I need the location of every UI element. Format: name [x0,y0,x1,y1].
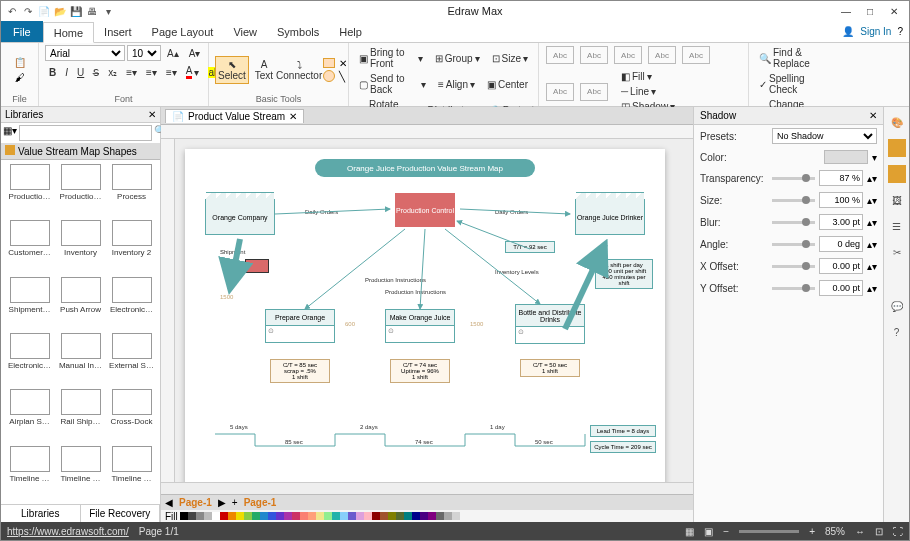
shape-item[interactable]: Inventory [56,220,105,274]
diagram-title[interactable]: Orange Juice Production Value Stream Map [315,159,535,177]
shape-item[interactable]: Shipment… [5,277,54,331]
zoom-in-button[interactable]: + [809,526,815,537]
swatch[interactable] [228,512,236,520]
process-3[interactable]: Bottle and Distribute Drinks⊙ [515,304,585,344]
picture-icon[interactable]: 🖼 [888,191,906,209]
angle-slider[interactable] [772,243,815,246]
swatch[interactable] [284,512,292,520]
swatch[interactable] [388,512,396,520]
layers-icon[interactable]: ☰ [888,217,906,235]
zoom-out-button[interactable]: − [723,526,729,537]
text-tool[interactable]: AText [253,57,275,83]
save-icon[interactable]: 💾 [69,4,83,18]
view-full-icon[interactable]: ▣ [704,526,713,537]
data-box-2[interactable]: C/T = 74 sec Uptime = 96% 1 shift [390,359,450,383]
send-back-button[interactable]: ▢ Send to Back ▾ [355,71,430,97]
cycle-time-box[interactable]: Cycle Time = 209 sec [590,441,656,453]
fullscreen-icon[interactable]: ⛶ [893,526,903,537]
file-menu[interactable]: File [1,21,43,42]
swatch[interactable] [212,512,220,520]
zoom-slider[interactable] [739,530,799,533]
document-tab[interactable]: 📄 Product Value Stream ✕ [165,109,304,123]
libraries-close-icon[interactable]: ✕ [148,109,156,120]
shape-item[interactable]: Process [107,164,156,218]
align-obj-button[interactable]: ≡ Align ▾ [434,71,479,97]
swatch[interactable] [356,512,364,520]
shape-circle-icon[interactable] [323,70,335,82]
style-preset[interactable]: Abc [546,83,574,101]
shape-item[interactable]: Timeline … [5,446,54,500]
customer-box[interactable]: Orange Juice Drinker [575,199,645,235]
select-tool[interactable]: ⬉Select [215,56,249,84]
swatch[interactable] [372,512,380,520]
page-nav-next[interactable]: ▶ [218,497,226,508]
spelling-button[interactable]: ✓ Spelling Check [755,71,839,97]
shape-item[interactable]: Push Arrow [56,277,105,331]
tab-symbols[interactable]: Symbols [267,21,329,42]
presets-select[interactable]: No Shadow [772,128,877,144]
angle-input[interactable] [819,236,863,252]
swatch[interactable] [196,512,204,520]
shape-item[interactable]: External S… [107,333,156,387]
tab-page-layout[interactable]: Page Layout [142,21,224,42]
undo-icon[interactable]: ↶ [5,4,19,18]
scrollbar-horizontal[interactable] [161,482,693,494]
swatch[interactable] [292,512,300,520]
xoff-input[interactable] [819,258,863,274]
swatch[interactable] [444,512,452,520]
swatch[interactable] [300,512,308,520]
tab-insert[interactable]: Insert [94,21,142,42]
line-button[interactable]: ─ Line ▾ [617,84,679,99]
page-tab-1b[interactable]: Page-1 [244,497,277,508]
process-1[interactable]: Prepare Orange⊙ [265,309,335,343]
swatch[interactable] [204,512,212,520]
style-preset[interactable]: Abc [580,83,608,101]
swatch[interactable] [236,512,244,520]
transparency-slider[interactable] [772,177,815,180]
line-spacing-button[interactable]: ≡▾ [142,63,161,81]
italic-button[interactable]: I [61,63,72,81]
data-box-3[interactable]: C/T = 50 sec 1 shift [520,359,580,377]
page-nav-prev[interactable]: ◀ [165,497,173,508]
swatch[interactable] [308,512,316,520]
font-grow-button[interactable]: A▴ [163,45,183,61]
yoff-input[interactable] [819,280,863,296]
center-button[interactable]: ▣ Center [483,71,532,97]
supplier-box[interactable]: Orange Company [205,199,275,235]
find-replace-button[interactable]: 🔍 Find & Replace [755,45,839,71]
swatch[interactable] [244,512,252,520]
swatch[interactable] [220,512,228,520]
font-shrink-button[interactable]: A▾ [185,45,205,61]
swatch[interactable] [268,512,276,520]
maximize-button[interactable]: □ [861,6,879,17]
open-icon[interactable]: 📂 [53,4,67,18]
underline-button[interactable]: U [73,63,88,81]
page-add[interactable]: + [232,497,238,508]
status-url[interactable]: https://www.edrawsoft.com/ [7,526,129,537]
swatch[interactable] [348,512,356,520]
swatch[interactable] [436,512,444,520]
subscript-button[interactable]: x₂ [104,63,121,81]
swatch[interactable] [396,512,404,520]
swatch[interactable] [324,512,332,520]
shape-item[interactable]: Rail Ship… [56,389,105,443]
yoff-slider[interactable] [772,287,815,290]
shape-item[interactable]: Inventory 2 [107,220,156,274]
swatch[interactable] [428,512,436,520]
comment-icon[interactable]: 💬 [888,297,906,315]
color-swatches[interactable] [180,511,460,522]
swatch[interactable] [404,512,412,520]
page[interactable]: Orange Juice Production Value Stream Map… [185,149,665,482]
new-icon[interactable]: 📄 [37,4,51,18]
swatch[interactable] [332,512,340,520]
shape-item[interactable]: Customer… [5,220,54,274]
size-slider[interactable] [772,199,815,202]
tab-libraries[interactable]: Libraries [1,505,81,522]
style-preset[interactable]: Abc [614,46,642,64]
shape-item[interactable]: Airplan S… [5,389,54,443]
swatch[interactable] [412,512,420,520]
strike-button[interactable]: S̶ [89,63,103,81]
shadow-close-icon[interactable]: ✕ [869,110,877,121]
swatch[interactable] [340,512,348,520]
library-menu-icon[interactable]: ▦▾ [3,125,17,141]
